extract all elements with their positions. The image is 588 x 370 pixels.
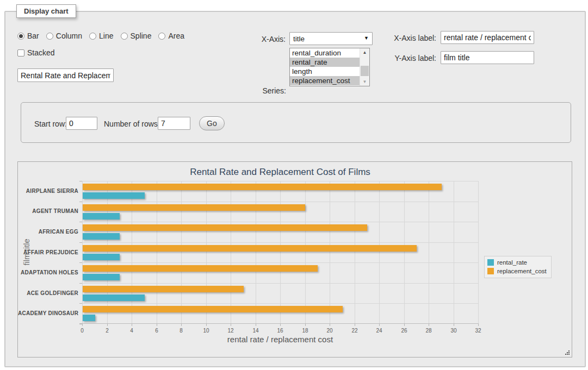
bar-replacement_cost-5[interactable] bbox=[83, 286, 244, 292]
chart-type-option-line[interactable]: Line bbox=[89, 32, 113, 40]
bar-rental_rate-0[interactable] bbox=[83, 192, 145, 199]
gridline bbox=[206, 181, 207, 324]
x-tick-label: 18 bbox=[298, 328, 312, 334]
chart-type-option-label: Column bbox=[56, 32, 82, 40]
axis-tick bbox=[355, 324, 355, 326]
bar-replacement_cost-3[interactable] bbox=[83, 245, 417, 252]
series-listbox: rental_durationrental_ratelengthreplacem… bbox=[289, 48, 370, 86]
bar-rental_rate-1[interactable] bbox=[83, 213, 120, 220]
gridline bbox=[429, 181, 429, 324]
x-tick-label: 24 bbox=[372, 328, 386, 334]
scroll-down-icon[interactable]: ▼ bbox=[360, 78, 369, 86]
axis-tick bbox=[82, 324, 83, 326]
chart-type-option-spline[interactable]: Spline bbox=[121, 32, 152, 40]
start-row-label: Start row: bbox=[34, 120, 67, 128]
axis-tick bbox=[107, 324, 108, 326]
gridline bbox=[454, 181, 454, 324]
x-tick-label: 12 bbox=[224, 328, 238, 334]
gridline bbox=[82, 202, 478, 202]
scroll-up-icon[interactable]: ▲ bbox=[360, 48, 369, 57]
resize-grip-icon[interactable] bbox=[564, 349, 570, 355]
x-tick-label: 10 bbox=[199, 328, 213, 334]
yaxis-label-label: Y-Axis label: bbox=[382, 54, 436, 62]
axis-tick bbox=[79, 181, 82, 181]
series-option-replacement_cost[interactable]: replacement_cost bbox=[290, 76, 360, 85]
axis-tick bbox=[79, 303, 82, 304]
axis-tick bbox=[132, 324, 132, 326]
go-button[interactable]: Go bbox=[199, 116, 225, 130]
gridline bbox=[478, 181, 479, 324]
bar-rental_rate-2[interactable] bbox=[83, 233, 120, 240]
axis-tick bbox=[79, 242, 82, 243]
chart-panel: Rental Rate and Replacement Cost of Film… bbox=[17, 161, 572, 358]
stacked-label: Stacked bbox=[27, 48, 55, 57]
x-tick-label: 26 bbox=[397, 328, 411, 334]
rows-panel: Start row: Number of rows: Go bbox=[21, 102, 571, 143]
xaxis-select-wrap: title ▼ bbox=[289, 32, 373, 45]
series-option-rental_rate[interactable]: rental_rate bbox=[290, 58, 360, 67]
bar-replacement_cost-4[interactable] bbox=[83, 265, 318, 272]
legend-swatch-icon bbox=[487, 268, 494, 274]
category-label: AIRPLANE SIERRA bbox=[18, 188, 78, 194]
xaxis-label-label: X-Axis label: bbox=[382, 34, 436, 42]
stacked-option[interactable]: Stacked bbox=[17, 48, 55, 57]
number-of-rows-input[interactable] bbox=[158, 117, 190, 130]
axis-tick bbox=[256, 324, 256, 326]
x-tick-label: 20 bbox=[323, 328, 337, 334]
x-tick-label: 4 bbox=[125, 328, 139, 334]
axis-tick bbox=[206, 324, 207, 326]
x-axis-line bbox=[79, 323, 479, 324]
x-tick-label: 22 bbox=[348, 328, 362, 334]
chart-type-option-label: Spline bbox=[131, 32, 152, 40]
chart-xaxis-title: rental rate / replacement cost bbox=[82, 335, 478, 344]
start-row-input[interactable] bbox=[66, 117, 97, 130]
stacked-checkbox-icon[interactable] bbox=[17, 49, 24, 57]
gridline bbox=[82, 181, 83, 324]
x-tick-label: 6 bbox=[150, 328, 164, 334]
axis-tick bbox=[429, 324, 429, 326]
axis-tick bbox=[454, 324, 454, 326]
yaxis-label-input[interactable] bbox=[441, 51, 534, 64]
gridline bbox=[231, 181, 231, 324]
chart-type-option-column[interactable]: Column bbox=[46, 32, 82, 40]
series-option-length[interactable]: length bbox=[290, 67, 360, 76]
axis-tick bbox=[231, 324, 231, 326]
bar-replacement_cost-2[interactable] bbox=[83, 224, 367, 231]
bar-rental_rate-6[interactable] bbox=[83, 315, 95, 321]
axis-tick bbox=[305, 324, 306, 326]
xaxis-select[interactable]: title bbox=[289, 32, 373, 45]
gridline bbox=[82, 262, 478, 263]
xaxis-label-input[interactable] bbox=[441, 31, 534, 44]
gridline bbox=[82, 181, 478, 181]
scrollbar-thumb[interactable] bbox=[361, 66, 369, 76]
series-option-rental_duration[interactable]: rental_duration bbox=[290, 48, 360, 58]
chart-type-option-bar[interactable]: Bar bbox=[17, 32, 39, 40]
bar-replacement_cost-1[interactable] bbox=[83, 204, 305, 211]
axis-tick bbox=[79, 283, 82, 284]
legend-item-replacement_cost[interactable]: replacement_cost bbox=[487, 267, 547, 275]
series-listbox-scrollbar[interactable]: ▲ ▼ bbox=[360, 48, 369, 86]
bar-replacement_cost-0[interactable] bbox=[83, 184, 442, 190]
bar-rental_rate-4[interactable] bbox=[83, 274, 120, 280]
gridline bbox=[107, 181, 108, 324]
chart-title-input[interactable] bbox=[17, 68, 114, 82]
legend-item-rental_rate[interactable]: rental_rate bbox=[487, 258, 547, 267]
axis-tick bbox=[79, 262, 82, 263]
chart-type-option-area[interactable]: Area bbox=[158, 32, 184, 40]
gridline bbox=[82, 303, 478, 304]
bar-replacement_cost-6[interactable] bbox=[83, 306, 343, 312]
radio-icon bbox=[121, 33, 128, 40]
chart-type-option-label: Area bbox=[168, 32, 184, 40]
gridline bbox=[280, 181, 281, 324]
x-tick-label: 30 bbox=[447, 328, 461, 334]
gridline bbox=[256, 181, 256, 324]
category-label: AGENT TRUMAN bbox=[18, 208, 78, 214]
axis-tick bbox=[280, 324, 281, 326]
bar-rental_rate-3[interactable] bbox=[83, 254, 120, 260]
bar-rental_rate-5[interactable] bbox=[83, 294, 145, 301]
radio-icon bbox=[89, 33, 96, 40]
category-label: ADAPTATION HOLES bbox=[18, 269, 78, 275]
axis-tick bbox=[181, 324, 182, 326]
radio-icon bbox=[17, 33, 24, 40]
chart-type-group: BarColumnLineSplineArea bbox=[17, 32, 184, 40]
